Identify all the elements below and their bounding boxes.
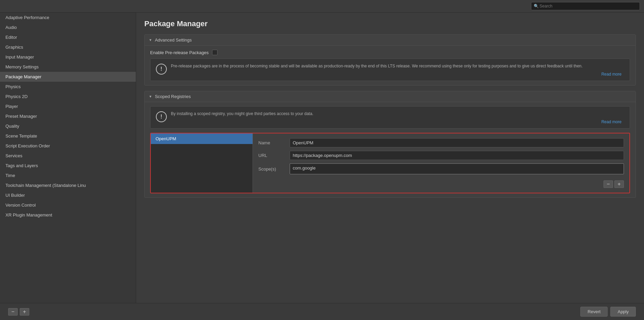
scoped-read-more-link[interactable]: Read more — [601, 119, 622, 124]
scoped-read-more-row: Read more — [171, 117, 624, 118]
scoped-info-content: By installing a scoped registry, you mig… — [171, 111, 624, 124]
scoped-registries-header[interactable]: ▼ Scoped Registries — [145, 91, 635, 102]
sidebar-item-physics-2d[interactable]: Physics 2D — [0, 92, 136, 101]
sidebar-item-scene-template[interactable]: Scene Template — [0, 131, 136, 141]
scoped-info-box: ! By installing a scoped registry, you m… — [150, 106, 630, 129]
info-icon-scoped: ! — [156, 111, 167, 122]
content-area: Package Manager ▼ Advanced Settings Enab… — [136, 13, 644, 303]
sidebar-item-version-control[interactable]: Version Control — [0, 200, 136, 210]
advanced-settings-header[interactable]: ▼ Advanced Settings — [145, 35, 635, 46]
sidebar-item-physics[interactable]: Physics — [0, 82, 136, 92]
main-layout: Adaptive PerformanceAudioEditorGraphicsI… — [0, 13, 644, 303]
scoped-info-text: By installing a scoped registry, you mig… — [171, 111, 313, 116]
page-title: Package Manager — [144, 19, 636, 28]
top-bar: 🔍 — [0, 0, 644, 13]
enable-prerelease-row: Enable Pre-release Packages — [150, 50, 630, 55]
sidebar-item-ui-builder[interactable]: UI Builder — [0, 190, 136, 200]
sidebar-item-graphics[interactable]: Graphics — [0, 42, 136, 52]
bottom-minus-button[interactable]: − — [8, 308, 18, 316]
advanced-settings-panel: ▼ Advanced Settings Enable Pre-release P… — [144, 34, 636, 85]
registry-plus-button[interactable]: + — [614, 180, 624, 188]
sidebar: Adaptive PerformanceAudioEditorGraphicsI… — [0, 13, 136, 303]
registry-item-label: OpenUPM — [156, 136, 176, 141]
sidebar-item-input-manager[interactable]: Input Manager — [0, 52, 136, 62]
sidebar-item-xr-plugin-management[interactable]: XR Plugin Management — [0, 210, 136, 220]
registry-list-item-openupm[interactable]: OpenUPM — [151, 133, 253, 144]
sidebar-item-toolchain-management[interactable]: Toolchain Management (Standalone Linu — [0, 180, 136, 190]
sidebar-item-services[interactable]: Services — [0, 151, 136, 161]
name-label: Name — [258, 140, 286, 145]
sidebar-item-quality[interactable]: Quality — [0, 121, 136, 131]
scopes-value[interactable]: com.google — [290, 163, 624, 174]
search-wrap: 🔍 — [531, 2, 640, 10]
advanced-info-text: Pre-release packages are in the process … — [171, 64, 583, 68]
sidebar-item-memory-settings[interactable]: Memory Settings — [0, 62, 136, 72]
enable-prerelease-checkbox[interactable] — [212, 50, 218, 55]
url-field-row: URL https://package.openupm.com — [258, 151, 624, 160]
scoped-registries-body: ! By installing a scoped registry, you m… — [145, 102, 635, 197]
scoped-registries-label: Scoped Registries — [155, 94, 191, 99]
scoped-registries-panel: ▼ Scoped Registries ! By installing a sc… — [144, 91, 636, 198]
sidebar-item-package-manager[interactable]: Package Manager — [0, 72, 136, 82]
revert-button[interactable]: Revert — [580, 307, 608, 317]
bottom-bar: − + Revert Apply — [0, 303, 644, 320]
bottom-left-buttons: − + — [8, 308, 29, 316]
field-mini-buttons: − + — [258, 178, 624, 188]
advanced-settings-body: Enable Pre-release Packages ! Pre-releas… — [145, 46, 635, 85]
enable-prerelease-label: Enable Pre-release Packages — [150, 50, 209, 55]
sidebar-item-editor[interactable]: Editor — [0, 32, 136, 42]
apply-button[interactable]: Apply — [610, 307, 636, 317]
search-icon: 🔍 — [534, 4, 539, 9]
url-label: URL — [258, 153, 286, 158]
advanced-read-more-row: Read more — [171, 69, 624, 70]
collapse-triangle-scoped: ▼ — [149, 95, 152, 98]
registry-row: OpenUPM Name OpenUPM URL https://pack — [151, 133, 629, 193]
name-value: OpenUPM — [290, 138, 624, 147]
search-input[interactable] — [531, 2, 640, 10]
registry-minus-button[interactable]: − — [603, 180, 613, 188]
url-value: https://package.openupm.com — [290, 151, 624, 160]
scopes-label: Scope(s) — [258, 166, 286, 172]
registry-fields: Name OpenUPM URL https://package.openupm… — [253, 133, 629, 193]
advanced-settings-label: Advanced Settings — [155, 37, 192, 43]
collapse-triangle-advanced: ▼ — [149, 38, 152, 42]
info-icon-advanced: ! — [156, 64, 167, 75]
scopes-field-row: Scope(s) com.google — [258, 163, 624, 174]
bottom-right-buttons: Revert Apply — [580, 307, 636, 317]
sidebar-item-tags-and-layers[interactable]: Tags and Layers — [0, 161, 136, 171]
sidebar-item-time[interactable]: Time — [0, 171, 136, 180]
sidebar-item-player[interactable]: Player — [0, 101, 136, 111]
advanced-info-box: ! Pre-release packages are in the proces… — [150, 59, 630, 81]
sidebar-item-preset-manager[interactable]: Preset Manager — [0, 111, 136, 121]
sidebar-item-script-execution-order[interactable]: Script Execution Order — [0, 141, 136, 151]
bottom-plus-button[interactable]: + — [20, 308, 29, 316]
advanced-info-content: Pre-release packages are in the process … — [171, 63, 624, 77]
registry-list: OpenUPM — [151, 133, 253, 193]
registries-container: OpenUPM Name OpenUPM URL https://pack — [150, 133, 630, 193]
sidebar-item-audio[interactable]: Audio — [0, 22, 136, 32]
name-field-row: Name OpenUPM — [258, 138, 624, 147]
sidebar-item-adaptive-performance[interactable]: Adaptive Performance — [0, 13, 136, 22]
advanced-read-more-link[interactable]: Read more — [601, 72, 622, 77]
